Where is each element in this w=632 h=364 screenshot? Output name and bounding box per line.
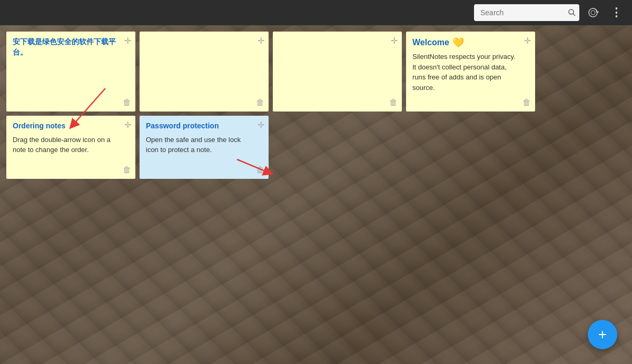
note-card[interactable]: ✛ 安下载是绿色安全的软件下载平台。 🗑 — [6, 32, 135, 112]
more-options-button[interactable]: ⋮ — [607, 3, 626, 22]
note-card[interactable]: ✛ 🗑 — [273, 32, 402, 112]
move-icon[interactable]: ✛ — [124, 36, 131, 46]
add-note-button[interactable]: + — [588, 320, 617, 349]
delete-icon[interactable]: 🗑 — [522, 98, 531, 107]
move-icon[interactable]: ✛ — [258, 120, 264, 130]
fab-label: + — [598, 327, 607, 342]
delete-icon[interactable]: 🗑 — [123, 165, 131, 175]
note-card-ordering[interactable]: ✛ Ordering notes Drag the double-arrow i… — [6, 116, 135, 179]
search-input[interactable] — [474, 4, 579, 21]
delete-icon[interactable]: 🗑 — [256, 98, 264, 107]
notes-area: ✛ 安下载是绿色安全的软件下载平台。 🗑 ✛ 🗑 ✛ 🗑 ✛ Welcome 💛… — [0, 25, 632, 364]
move-icon[interactable]: ✛ — [124, 120, 131, 130]
move-icon[interactable]: ✛ — [258, 36, 264, 46]
note-title: Ordering notes — [13, 121, 116, 132]
note-title: Welcome 💛 — [412, 37, 516, 48]
svg-point-3 — [591, 11, 595, 15]
note-body: Drag the double-arrow icon on a note to … — [13, 135, 116, 155]
note-card[interactable]: ✛ 🗑 — [140, 32, 269, 112]
note-title: 安下载是绿色安全的软件下载平台。 — [13, 37, 116, 57]
delete-icon[interactable]: 🗑 — [389, 98, 398, 107]
svg-point-0 — [569, 9, 574, 14]
delete-icon[interactable]: 🗑 — [123, 98, 131, 107]
topbar: ⋮ — [0, 0, 632, 25]
search-button[interactable] — [568, 8, 576, 17]
heart-icon: 💛 — [452, 37, 464, 48]
move-icon[interactable]: ✛ — [391, 36, 398, 46]
note-title: Password protection — [146, 121, 250, 132]
delete-icon[interactable]: 🗑 — [256, 165, 264, 175]
note-body: Open the safe and use the lock icon to p… — [146, 135, 250, 155]
sync-button[interactable] — [584, 3, 603, 22]
note-card-password[interactable]: ✛ Password protection Open the safe and … — [140, 116, 269, 179]
move-icon[interactable]: ✛ — [524, 36, 531, 46]
note-card-welcome[interactable]: ✛ Welcome 💛 SilentNotes respects your pr… — [406, 32, 535, 112]
search-container — [474, 4, 579, 21]
notes-grid: ✛ 安下载是绿色安全的软件下载平台。 🗑 ✛ 🗑 ✛ 🗑 ✛ Welcome 💛… — [6, 32, 626, 179]
svg-line-1 — [573, 14, 575, 16]
note-body: SilentNotes respects your privacy. It do… — [412, 52, 516, 93]
